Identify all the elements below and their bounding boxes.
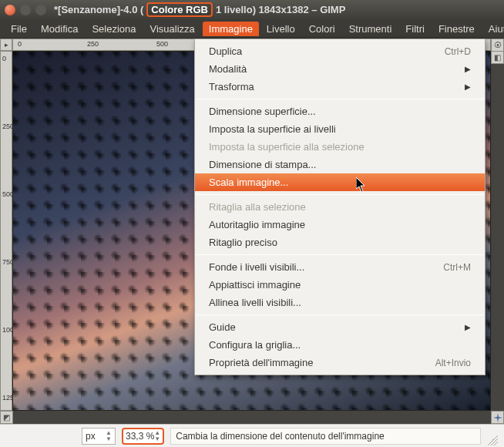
menu-item-label: Configura la griglia...	[209, 339, 301, 351]
menu-colori[interactable]: Colori	[303, 22, 341, 36]
ruler-tick: 500	[156, 40, 168, 48]
menu-strumenti[interactable]: Strumenti	[343, 22, 398, 36]
chevron-updown-icon: ▲▼	[106, 430, 112, 442]
menu-item-label: Scala immagine...	[209, 176, 288, 188]
menu-shortcut: Alt+Invio	[435, 358, 471, 368]
menu-item-dimensione-superficie[interactable]: Dimensione superficie...	[195, 103, 485, 120]
menu-item-label: Trasforma	[209, 81, 254, 92]
menu-aiuto[interactable]: Aiuto	[482, 22, 504, 36]
menu-modifica[interactable]: Modifica	[35, 22, 84, 36]
menu-item-imposta-la-superficie-ai-livelli[interactable]: Imposta la superficie ai livelli	[195, 120, 485, 138]
quickmask-icon[interactable]: ◧	[491, 51, 504, 64]
title-highlight: Colore RGB	[146, 2, 213, 17]
menu-item-dimensione-di-stampa[interactable]: Dimensione di stampa...	[195, 156, 485, 173]
menu-item-label: Guide	[209, 321, 236, 333]
menu-separator	[196, 99, 484, 99]
menu-item-label: Modalità	[209, 63, 247, 75]
ruler-origin[interactable]: ▸	[0, 39, 12, 51]
menu-file[interactable]: File	[5, 22, 33, 36]
menu-item-label: Imposta la superficie ai livelli	[209, 123, 336, 135]
title-suffix: 1 livello) 1843x1382 – GIMP	[216, 4, 345, 15]
menu-item-scala-immagine[interactable]: Scala immagine...	[195, 173, 485, 191]
menu-item-ritaglio-preciso[interactable]: Ritaglio preciso	[195, 234, 485, 251]
menu-item-label: Allinea livelli visibili...	[209, 297, 301, 308]
navigate-icon[interactable]	[491, 411, 504, 424]
menu-item-autoritaglio-immagine[interactable]: Autoritaglio immagine	[195, 216, 485, 234]
menu-visualizza[interactable]: Visualizza	[143, 22, 200, 36]
title-prefix: *[Senzanome]-4.0 (	[54, 4, 143, 15]
menu-item-modalit[interactable]: Modalità▶	[195, 60, 485, 78]
menu-item-label: Fonde i livelli visibili...	[209, 261, 304, 273]
window-title: *[Senzanome]-4.0 ( Colore RGB 1 livello)…	[54, 2, 345, 17]
menu-shortcut: Ctrl+D	[445, 46, 471, 57]
menu-separator	[196, 194, 484, 195]
menu-item-label: Dimensione superficie...	[209, 106, 316, 117]
menu-item-allinea-livelli-visibili[interactable]: Allinea livelli visibili...	[195, 294, 485, 311]
window-controls	[5, 5, 46, 15]
menu-livello[interactable]: Livello	[260, 22, 301, 36]
menu-item-ritaglia-alla-selezione: Ritaglia alla selezione	[195, 198, 485, 216]
unit-value: px	[86, 431, 96, 442]
zoom-selector[interactable]: 33,3 % ▲▼	[122, 428, 164, 445]
menu-separator	[196, 314, 484, 315]
menu-item-label: Appiattisci immagine	[209, 279, 301, 291]
menu-item-label: Autoritaglio immagine	[209, 219, 305, 230]
quickmask-toggle[interactable]: ◩	[0, 411, 13, 424]
menu-bar: FileModificaSelezionaVisualizzaImmagineL…	[0, 19, 504, 39]
ruler-tick: 0	[2, 55, 6, 62]
menu-item-label: Duplica	[209, 45, 242, 57]
menu-item-trasforma[interactable]: Trasforma▶	[195, 78, 485, 96]
menu-item-appiattisci-immagine[interactable]: Appiattisci immagine	[195, 276, 485, 294]
minimize-icon[interactable]	[20, 5, 31, 15]
menu-seleziona[interactable]: Seleziona	[86, 22, 142, 36]
menu-item-label: Ritaglio preciso	[209, 237, 277, 248]
menu-item-label: Ritaglia alla selezione	[209, 201, 306, 213]
gimp-window: *[Senzanome]-4.0 ( Colore RGB 1 livello)…	[0, 0, 504, 447]
ruler-tick: 250	[87, 40, 99, 48]
chevron-right-icon: ▶	[465, 323, 471, 331]
maximize-icon[interactable]	[35, 5, 46, 15]
chevron-right-icon: ▶	[465, 82, 471, 91]
menu-shortcut: Ctrl+M	[443, 262, 471, 273]
status-message-text: Cambia la dimensione del contenuto dell'…	[176, 431, 384, 442]
menu-immagine[interactable]: Immagine	[203, 22, 259, 36]
menu-item-configura-la-griglia[interactable]: Configura la griglia...	[195, 336, 485, 354]
menu-item-label: Dimensione di stampa...	[209, 159, 316, 170]
ruler-vertical[interactable]: 025050075010001250	[0, 51, 12, 411]
menu-item-propriet-dell-immagine[interactable]: Proprietà dell'immagineAlt+Invio	[195, 354, 485, 371]
menu-item-label: Imposta la superficie alla selezione	[209, 141, 365, 153]
zoom-value: 33,3 %	[126, 431, 154, 442]
menu-item-guide[interactable]: Guide▶	[195, 318, 485, 336]
image-menu-dropdown: DuplicaCtrl+DModalità▶Trasforma▶Dimensio…	[194, 39, 486, 375]
resize-grip-icon[interactable]	[487, 435, 498, 445]
menu-separator	[196, 254, 484, 255]
menu-item-duplica[interactable]: DuplicaCtrl+D	[195, 42, 485, 60]
title-bar: *[Senzanome]-4.0 ( Colore RGB 1 livello)…	[0, 0, 504, 19]
unit-selector[interactable]: px ▲▼	[82, 428, 116, 445]
menu-finestre[interactable]: Finestre	[432, 22, 481, 36]
chevron-right-icon: ▶	[465, 65, 471, 73]
status-message: Cambia la dimensione del contenuto dell'…	[170, 428, 481, 445]
status-bar: px ▲▼ 33,3 % ▲▼ Cambia la dimensione del…	[0, 424, 504, 447]
menu-item-imposta-la-superficie-alla-selezione: Imposta la superficie alla selezione	[195, 138, 485, 156]
zoom-toggle-icon[interactable]: ⦿	[491, 39, 504, 52]
menu-item-fonde-i-livelli-visibili[interactable]: Fonde i livelli visibili...Ctrl+M	[195, 258, 485, 276]
menu-item-label: Proprietà dell'immagine	[209, 357, 313, 368]
chevron-updown-icon: ▲▼	[154, 430, 160, 442]
close-icon[interactable]	[5, 5, 15, 15]
ruler-tick: 0	[18, 40, 22, 48]
menu-filtri[interactable]: Filtri	[399, 22, 431, 36]
